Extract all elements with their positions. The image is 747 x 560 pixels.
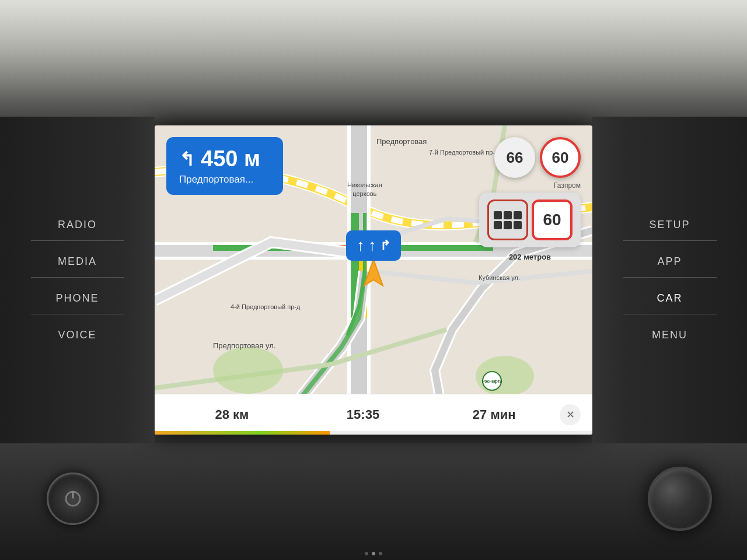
- map-label-predportovaya-top: Предпортовая: [376, 137, 427, 146]
- power-icon: [61, 487, 85, 510]
- current-speed-value: 66: [507, 149, 523, 167]
- camera-speed-value: 60: [543, 211, 561, 229]
- car-button[interactable]: CAR: [612, 282, 728, 314]
- menu-button[interactable]: MENU: [612, 319, 728, 351]
- radio-button[interactable]: RADIO: [19, 209, 136, 241]
- svg-marker-14: [364, 260, 383, 286]
- nav-distance-display: ↰ 450 м: [179, 146, 270, 172]
- svg-point-12: [213, 347, 283, 394]
- nav-time-remaining: 27 мин: [428, 407, 560, 422]
- lane-right: ↱: [380, 238, 390, 253]
- map-label-4pred: 4-й Предпортовый пр-д: [231, 303, 300, 310]
- camera-grid-icon: [494, 211, 522, 229]
- screen-dot-3: [379, 552, 382, 555]
- nav-stat-distance: 28 км: [166, 407, 298, 422]
- map-label-church: Никольскаяцерковь: [347, 181, 382, 199]
- nav-street-name: Предпортовая...: [179, 174, 270, 186]
- lane-straight-2: ↑: [368, 236, 376, 255]
- rosneft-poi: Роснефть: [482, 371, 502, 391]
- left-panel: RADIO MEDIA PHONE VOICE: [0, 117, 155, 443]
- lane-indicator: ↑ ↑ ↱: [346, 230, 401, 261]
- current-speed-display: 66: [494, 137, 535, 178]
- nav-close-button[interactable]: ✕: [560, 404, 581, 425]
- navigation-screen: КАД Предпортовая Никольскаяцерковь 7-й П…: [155, 125, 592, 435]
- svg-rect-11: [388, 245, 493, 251]
- screen-dot-2: [372, 552, 375, 555]
- camera-icon-box: [487, 200, 528, 240]
- speed-limit-value: 60: [552, 149, 569, 167]
- dashboard-bottom-trim: [0, 443, 747, 560]
- camera-distance-label: 202 метров: [479, 253, 581, 261]
- nav-stat-arrival: 15:35: [298, 407, 429, 422]
- map-label-7pred: 7-й Предпортовый пр-д: [429, 149, 498, 156]
- speed-limit-display: 60: [540, 137, 581, 178]
- nav-instruction-box: ↰ 450 м Предпортовая...: [166, 137, 283, 195]
- phone-button[interactable]: PHONE: [19, 282, 136, 314]
- map-label-kubinskaya: Кубинская ул.: [479, 274, 520, 281]
- screen-dot-1: [365, 552, 368, 555]
- media-button[interactable]: MEDIA: [19, 246, 136, 278]
- screen-indicator-dots: [365, 552, 382, 555]
- map-background[interactable]: КАД Предпортовая Никольскаяцерковь 7-й П…: [155, 125, 592, 435]
- volume-knob[interactable]: [648, 467, 712, 531]
- car-position-marker: [362, 260, 385, 294]
- voice-button[interactable]: VOICE: [19, 319, 136, 351]
- lane-straight-1: ↑: [357, 236, 365, 255]
- setup-button[interactable]: SETUP: [612, 209, 728, 241]
- nav-progress-bar: [155, 431, 592, 435]
- nav-bottom-bar: 28 км 15:35 27 мин ✕: [155, 394, 592, 435]
- camera-speed-panel: 60 202 метров: [479, 192, 581, 247]
- app-button[interactable]: APP: [612, 246, 728, 278]
- nav-stat-time: 27 мин: [428, 407, 560, 422]
- nav-progress-fill: [155, 431, 330, 435]
- nav-distance-remaining: 28 км: [166, 407, 298, 422]
- speed-panel: 66 60 Газпром: [494, 137, 581, 178]
- dashboard: RADIO MEDIA PHONE VOICE SETUP APP CAR ME…: [0, 0, 747, 560]
- right-panel: SETUP APP CAR MENU: [592, 117, 747, 443]
- speed-limit-location: Газпром: [554, 181, 581, 190]
- map-label-predportovaya-street: Предпортовая ул.: [213, 341, 275, 350]
- camera-speed-limit-display: 60: [532, 200, 573, 240]
- rosneft-label: Роснефть: [482, 379, 502, 383]
- turn-arrow-icon: ↰: [179, 148, 195, 170]
- dashboard-top-trim: [0, 0, 747, 128]
- nav-arrival-time: 15:35: [298, 407, 429, 422]
- distance-value: 450 м: [201, 146, 260, 172]
- power-button[interactable]: [47, 473, 99, 525]
